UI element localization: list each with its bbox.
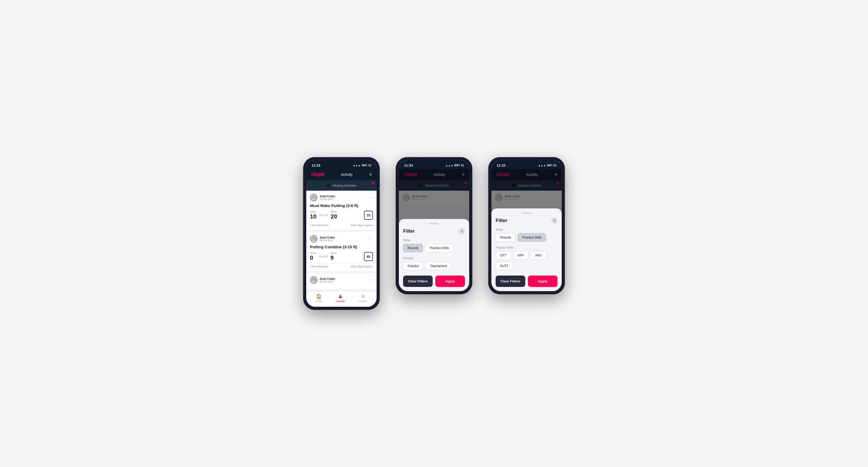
shot-quality-value-1: 75	[367, 213, 370, 217]
score-group-2: Score 0	[310, 252, 316, 261]
svg-point-8	[497, 195, 500, 198]
dim-user-date-3: 28 Feb 2023	[505, 198, 520, 200]
clear-filters-btn-3[interactable]: Clear Filters	[496, 276, 525, 287]
hamburger-icon-3[interactable]: ≡	[555, 172, 557, 177]
card-header-1: Josh Coles 28 Feb 2023 ···	[310, 194, 373, 201]
phone-3-inner: 11:33 ▲▲▲ WiFi 51 clippd Activity ≡ ⚙ Vi…	[491, 160, 562, 291]
hamburger-icon-2[interactable]: ≡	[462, 172, 464, 177]
card-menu-1[interactable]: ···	[368, 195, 373, 200]
card-footer-2: ℹ Test Information Data: Clippd Capture	[310, 263, 373, 268]
app-header-3: clippd Activity ≡	[491, 169, 562, 180]
viewing-bar-text-2: Viewing Activities	[425, 184, 449, 187]
putt-btn-3[interactable]: PUTT	[496, 262, 513, 270]
activity-card-2: Josh Coles 28 Feb 2023 ··· Putting Combi…	[306, 232, 377, 271]
signal-icon-1: ▲▲▲	[353, 164, 361, 167]
card-footer-1: ℹ Test Information Data: Clippd Capture	[310, 222, 373, 227]
dim-card-2: Josh Coles 28 Feb 2023 ···	[399, 191, 469, 207]
viewing-bar-2: ⚙ Viewing Activities	[399, 180, 469, 191]
tab-home-1[interactable]: 🏠 Home	[316, 293, 322, 303]
tournament-btn-2[interactable]: Tournament	[426, 262, 451, 270]
footer-info-2: ℹ Test Information	[310, 265, 329, 268]
score-label-1: Score	[310, 211, 316, 213]
tab-activities-1[interactable]: ♟ Activities	[336, 293, 345, 303]
card-menu-2[interactable]: ···	[368, 237, 373, 241]
battery-icon-1: 51	[368, 164, 371, 167]
user-info-2: Josh Coles 28 Feb 2023	[310, 235, 335, 243]
phone-1: 11:33 ▲▲▲ WiFi 51 clippd Activity ≡ ⚙ Vi…	[303, 157, 380, 310]
battery-icon-3: 51	[554, 164, 556, 167]
show-buttons-3: Rounds Practice Drills	[496, 233, 558, 242]
scene: 11:33 ▲▲▲ WiFi 51 clippd Activity ≡ ⚙ Vi…	[292, 141, 576, 326]
user-details-3: Josh Coles 28 Feb 2023	[319, 277, 335, 283]
filter-title-3: Filter	[496, 218, 507, 223]
svg-point-1	[312, 198, 316, 201]
header-title-2: Activity	[433, 173, 445, 177]
card-menu-3[interactable]: ···	[368, 278, 373, 282]
clear-filters-btn-2[interactable]: Clear Filters	[403, 276, 433, 287]
filter-dot-2	[464, 182, 467, 184]
sheet-header-2: Filter ✕	[403, 228, 465, 234]
home-icon-1: 🏠	[316, 293, 322, 299]
user-name-3: Josh Coles	[319, 277, 335, 280]
user-details-1: Josh Coles 28 Feb 2023	[319, 195, 335, 200]
svg-point-4	[312, 278, 315, 280]
shot-quality-badge-2: 45	[364, 252, 373, 261]
rounds-btn-3[interactable]: Rounds	[496, 233, 516, 242]
practice-round-btn-2[interactable]: Practice	[403, 262, 424, 270]
svg-point-3	[312, 240, 316, 242]
card-header-3: Josh Coles 28 Feb 2023 ···	[310, 276, 373, 284]
logo-3: clippd	[496, 172, 509, 177]
hamburger-icon-1[interactable]: ≡	[369, 172, 372, 177]
phone-2: 11:33 ▲▲▲ WiFi 51 clippd Activity ≡ ⚙ Vi…	[396, 157, 472, 294]
logo-2: clippd	[404, 172, 417, 177]
dim-user-name-2: Josh Coles	[412, 195, 428, 198]
show-label-3: Show	[496, 228, 558, 231]
card-header-2: Josh Coles 28 Feb 2023 ···	[310, 235, 373, 243]
status-time-1: 11:33	[312, 163, 320, 167]
avatar-img-2	[310, 235, 317, 242]
filter-dot-1	[372, 182, 374, 184]
apply-btn-3[interactable]: Apply	[528, 276, 558, 287]
practice-drills-btn-2[interactable]: Practice Drills	[425, 244, 453, 252]
avatar-3	[310, 276, 317, 284]
signal-icon-3: ▲▲▲	[538, 164, 546, 167]
tab-capture-1[interactable]: ⊕ Capture	[359, 293, 367, 303]
filter-icon-1: ⚙	[327, 183, 330, 188]
app-btn-3[interactable]: APP	[513, 251, 528, 260]
score-value-1: 10	[310, 213, 316, 220]
shots-group-1: Shots 20	[331, 211, 337, 220]
dim-menu-2: ···	[460, 195, 465, 200]
viewing-bar-1[interactable]: ⚙ Viewing Activities	[306, 180, 377, 191]
sheet-handle-2	[429, 223, 439, 224]
score-value-2: 0	[310, 254, 313, 261]
ott-btn-3[interactable]: OTT	[496, 251, 511, 260]
filter-icon-2: ⚙	[419, 183, 423, 188]
shot-quality-value-2: 45	[367, 255, 370, 259]
viewing-bar-text-3: Viewing Activities	[517, 184, 541, 187]
dim-user-info-3: Josh Coles 28 Feb 2023	[495, 194, 520, 201]
svg-point-0	[312, 195, 315, 198]
filter-drills-section-3: Practice Drills OTT APP ARG PUTT	[496, 246, 558, 270]
filter-show-section-2: Show Rounds Practice Drills	[403, 239, 465, 252]
battery-icon-2: 51	[461, 164, 464, 167]
arg-btn-3[interactable]: ARG	[530, 251, 547, 260]
filter-close-2[interactable]: ✕	[459, 228, 465, 234]
user-date-2: 28 Feb 2023	[319, 239, 335, 242]
filter-close-3[interactable]: ✕	[551, 217, 558, 224]
practice-drills-btn-3[interactable]: Practice Drills	[518, 233, 546, 242]
phone-1-inner: 11:33 ▲▲▲ WiFi 51 clippd Activity ≡ ⚙ Vi…	[306, 160, 377, 307]
avatar-img-3	[310, 277, 317, 283]
rounds-buttons-2: Practice Tournament	[403, 262, 465, 270]
drills-buttons-3: OTT APP ARG PUTT	[496, 251, 558, 270]
rounds-btn-2[interactable]: Rounds	[403, 244, 423, 252]
out-of-1: OUT OF	[319, 214, 328, 217]
footer-data-2: Data: Clippd Capture	[351, 265, 373, 268]
status-icons-3: ▲▲▲ WiFi 51	[538, 164, 556, 167]
status-icons-1: ▲▲▲ WiFi 51	[353, 164, 371, 167]
phone-3: 11:33 ▲▲▲ WiFi 51 clippd Activity ≡ ⚙ Vi…	[488, 157, 565, 294]
footer-data-1: Data: Clippd Capture	[351, 224, 373, 227]
app-header-1: clippd Activity ≡	[306, 169, 377, 180]
apply-btn-2[interactable]: Apply	[435, 276, 465, 287]
svg-point-6	[405, 195, 407, 198]
avatar-1	[310, 194, 317, 201]
